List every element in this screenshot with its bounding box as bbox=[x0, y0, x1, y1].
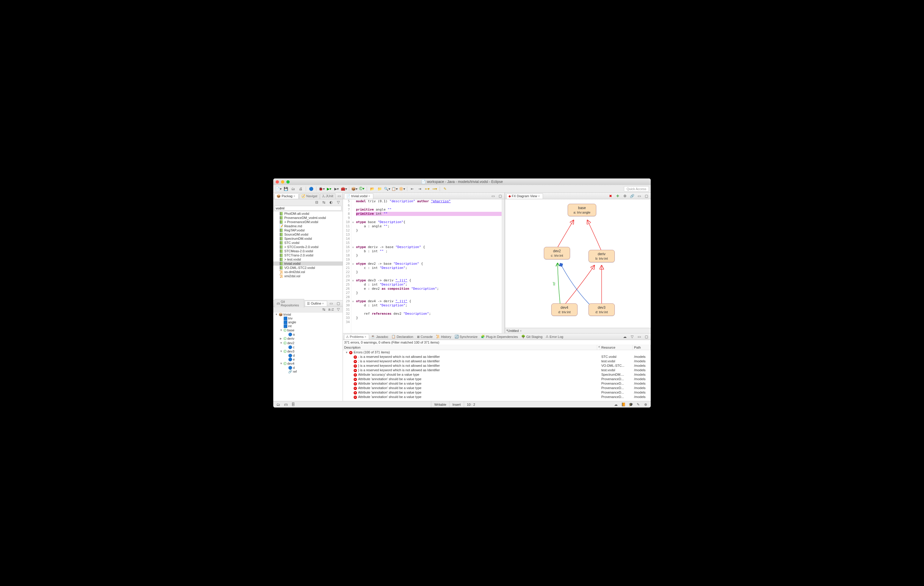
tab-git-staging[interactable]: 🌳 Git Staging bbox=[520, 334, 544, 339]
file-item[interactable]: 📗ProvenanceDM_vodml.vodsl bbox=[273, 216, 343, 220]
close-icon[interactable]: × bbox=[322, 302, 325, 305]
minimize-view-icon[interactable]: ▭ bbox=[636, 193, 642, 199]
minimize-editor-icon[interactable]: ▭ bbox=[490, 193, 496, 199]
editor-scrollbar[interactable] bbox=[502, 199, 505, 333]
nav-fwd[interactable]: ⇒▾ bbox=[431, 186, 438, 192]
col-resource[interactable]: Resource bbox=[600, 345, 633, 350]
sort-icon[interactable]: a↓z bbox=[328, 306, 334, 312]
maximize-view-icon[interactable]: ▢ bbox=[643, 334, 650, 340]
tab-junit[interactable]: Jᵤ JUnit bbox=[320, 193, 335, 199]
sb-right-2[interactable]: 📙 bbox=[620, 402, 627, 408]
outline-item[interactable]: ▼Ⓒdev3 bbox=[273, 349, 343, 354]
outline-item[interactable]: 🔵e bbox=[273, 357, 343, 361]
view-menu-icon[interactable]: ▽ bbox=[335, 306, 342, 312]
file-item[interactable]: 📗PhotDM-alt.vodsl bbox=[273, 211, 343, 216]
problem-row[interactable]: ✕Attribute 'annotation' should be a valu… bbox=[343, 386, 651, 390]
save-button[interactable]: 💾 bbox=[282, 186, 289, 192]
col-description[interactable]: Description bbox=[343, 345, 597, 350]
view-menu-icon[interactable]: ▽ bbox=[629, 334, 635, 340]
tab-javadoc[interactable]: ☕ Javadoc bbox=[370, 334, 389, 339]
file-item[interactable]: 📜vo-dml2dsl.xsl bbox=[273, 270, 343, 274]
outline-item[interactable]: ▼Ⓒbase bbox=[273, 328, 343, 333]
problem-row[interactable]: ✕; is a reserved keyword which is not al… bbox=[343, 359, 651, 364]
tab-fx-diagram[interactable]: ◆ FX Diagram View × bbox=[507, 193, 543, 199]
link-editor-icon[interactable]: ⇆ bbox=[321, 199, 327, 205]
sb-icon-1[interactable]: 🗂 bbox=[275, 402, 282, 408]
sb-icon-2[interactable]: 🗃 bbox=[282, 402, 289, 408]
file-item[interactable]: 📝Readme.md bbox=[273, 224, 343, 228]
tab-declaration[interactable]: 📋 Declaration bbox=[390, 334, 415, 339]
outline-item[interactable]: ▼📦trivial bbox=[273, 313, 343, 316]
file-item[interactable]: 📗SourceDM.vodsl bbox=[273, 232, 343, 237]
twisty-icon[interactable]: ▼ bbox=[280, 350, 283, 353]
tab-package-explorer[interactable]: 📦 Packag × bbox=[274, 193, 299, 199]
diagram-document-tab[interactable]: *Untitled × bbox=[505, 328, 651, 333]
tab-navigator[interactable]: 🧭 Navigat bbox=[299, 193, 319, 199]
outline-item[interactable]: ▶Ⓒderiv bbox=[273, 336, 343, 341]
quick-access[interactable]: Quick Access bbox=[624, 186, 649, 192]
outline-item[interactable]: 🔵d bbox=[273, 366, 343, 370]
ext-tools-button[interactable]: 🧰▾ bbox=[340, 186, 347, 192]
problem-row[interactable]: ✕} is a reserved keyword which is not al… bbox=[343, 368, 651, 372]
sb-right-3[interactable]: 🎓 bbox=[627, 402, 634, 408]
problem-row[interactable]: ✕Attribute 'annotation' should be a valu… bbox=[343, 377, 651, 381]
outline-item[interactable]: 🟦int bbox=[273, 324, 343, 328]
tab-plug-in-dependencies[interactable]: 🧩 Plug-in Dependencies bbox=[479, 334, 520, 339]
problem-row[interactable]: ✕- is a reserved keyword which is not al… bbox=[343, 355, 651, 359]
search-button[interactable]: 🔍▾ bbox=[384, 186, 390, 192]
twisty-icon[interactable]: ▼ bbox=[275, 313, 278, 316]
twisty-icon[interactable]: ▼ bbox=[280, 329, 283, 332]
diagram-node-dev4[interactable]: dev4d: triv:int bbox=[551, 303, 578, 316]
outline-item[interactable]: 🔵a bbox=[273, 333, 343, 336]
outline-item[interactable]: 🔵c bbox=[273, 346, 343, 349]
editor-tab[interactable]: 📄 trivial.vodsl × bbox=[344, 193, 373, 199]
link-icon[interactable]: 🔗 bbox=[629, 193, 635, 199]
file-item[interactable]: 📜xmi2dsl.xsl bbox=[273, 274, 343, 278]
close-icon[interactable]: × bbox=[368, 194, 371, 198]
file-item[interactable]: 📗> test.vodsl bbox=[273, 257, 343, 262]
coverage-button[interactable]: ▶▾ bbox=[333, 186, 340, 192]
filter-icon[interactable]: ☁ bbox=[622, 334, 628, 340]
focus-task-icon[interactable]: ◐ bbox=[328, 199, 334, 205]
outline-item[interactable]: 🟦angle bbox=[273, 320, 343, 324]
debug-button[interactable]: 🐞▾ bbox=[318, 186, 325, 192]
add-icon[interactable]: ✚ bbox=[614, 193, 621, 199]
twisty-icon[interactable]: ▼ bbox=[280, 362, 283, 365]
minimize-view-icon[interactable]: ▭ bbox=[636, 334, 642, 340]
view-menu-icon[interactable]: ▽ bbox=[335, 199, 342, 205]
tasks-button[interactable]: 📋▾ bbox=[391, 186, 398, 192]
problem-row[interactable]: ✕Attribute 'annotation' should be a valu… bbox=[343, 395, 651, 399]
maximize-view-icon[interactable]: ▢ bbox=[335, 300, 342, 306]
package-filter-input[interactable] bbox=[274, 206, 342, 211]
file-item[interactable]: 📗trivial.vodsl bbox=[273, 262, 343, 266]
file-item[interactable]: 📗STC.vodsl bbox=[273, 240, 343, 245]
tab-error-log[interactable]: ⚠ Error Log bbox=[544, 334, 565, 339]
diagram-canvas[interactable]: ref basea: triv:angledev2c: triv:intderi… bbox=[505, 199, 651, 328]
tab-history[interactable]: 📜 History bbox=[434, 334, 452, 339]
open-type-button[interactable]: 🔵 bbox=[308, 186, 314, 192]
problem-row[interactable]: ✕} is a reserved keyword which is not al… bbox=[343, 364, 651, 368]
print-button[interactable]: 🖨 bbox=[297, 186, 304, 192]
pin-button[interactable]: ✎ bbox=[442, 186, 448, 192]
new-class-button[interactable]: Ⓒ▾ bbox=[358, 186, 365, 192]
step-button[interactable]: 🔆▾ bbox=[399, 186, 405, 192]
save-all-button[interactable]: 🗂 bbox=[290, 186, 297, 192]
package-tree[interactable]: 📗PhotDM-alt.vodsl📗ProvenanceDM_vodml.vod… bbox=[273, 211, 343, 300]
fwd-arrow[interactable]: ⇥ bbox=[416, 186, 423, 192]
file-item[interactable]: 📗VO-DML-STC2.vodsl bbox=[273, 266, 343, 270]
delete-icon[interactable]: ✖ bbox=[607, 193, 614, 199]
outline-item[interactable]: 🟦triv bbox=[273, 316, 343, 320]
close-icon[interactable]: × bbox=[538, 194, 541, 198]
file-item[interactable]: 📗RegTAP.vodsl bbox=[273, 228, 343, 232]
tab-problems[interactable]: ⚠ Problems × bbox=[344, 334, 369, 339]
minimize-view-icon[interactable]: ▭ bbox=[336, 193, 343, 199]
sb-right-5[interactable]: ⊕ bbox=[642, 402, 649, 408]
sb-icon-3[interactable]: 🗄 bbox=[290, 402, 297, 408]
diagram-node-dev2[interactable]: dev2c: triv:int bbox=[544, 247, 570, 259]
close-icon[interactable]: × bbox=[294, 194, 297, 198]
maximize-view-icon[interactable]: ▢ bbox=[643, 193, 650, 199]
minimize-view-icon[interactable]: ▭ bbox=[328, 300, 334, 306]
col-path[interactable]: Path bbox=[633, 345, 651, 350]
diagram-node-deriv[interactable]: derivb: triv:int bbox=[589, 250, 615, 262]
run-button[interactable]: ▶▾ bbox=[326, 186, 332, 192]
